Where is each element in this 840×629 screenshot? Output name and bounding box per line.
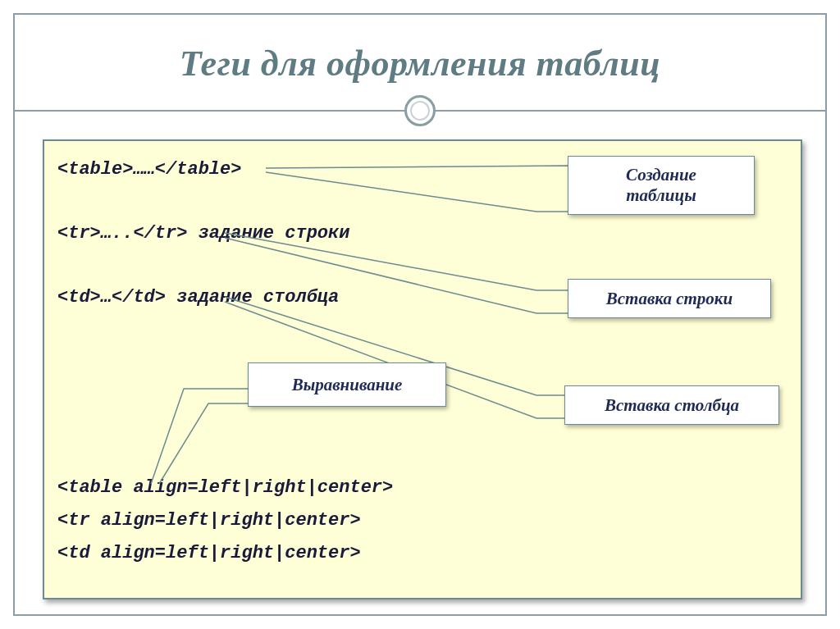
callout-create-table: Создание таблицы: [568, 156, 755, 215]
slide-title: Теги для оформления таблиц: [180, 43, 660, 84]
code-table-tag: <table>……</table>: [57, 159, 241, 180]
code-td-tag: <td>…</td> задание столбца: [57, 287, 339, 308]
title-medallion-icon: [404, 95, 436, 126]
code-tr-align: <tr align=left|right|center>: [57, 510, 361, 531]
callout-alignment: Выравнивание: [248, 362, 446, 407]
code-td-align: <td align=left|right|center>: [57, 543, 361, 563]
callout-insert-row: Вставка строки: [568, 279, 771, 318]
code-tr-tag: <tr>…..</tr> задание строки: [57, 223, 349, 244]
content-box: <table>……</table> <tr>…..</tr> задание с…: [43, 139, 802, 599]
callout-insert-column: Вставка столбца: [564, 385, 779, 425]
slide-frame: Теги для оформления таблиц <table>……</ta…: [13, 13, 827, 616]
code-table-align: <table align=left|right|center>: [57, 477, 393, 498]
